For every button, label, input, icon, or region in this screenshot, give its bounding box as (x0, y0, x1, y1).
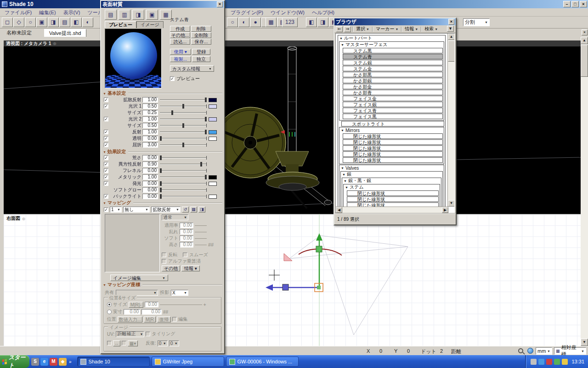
expand-triangle-icon[interactable]: ▼ (339, 37, 343, 40)
undo-icon[interactable]: ↺ (182, 207, 189, 213)
param-slider[interactable] (160, 116, 207, 122)
param-checkbox[interactable]: ✓ (104, 175, 108, 179)
close-button[interactable]: × (580, 1, 587, 7)
tree-item[interactable]: かさ部銀 (343, 78, 443, 83)
blend-mode-select[interactable]: 通常▼ (162, 214, 188, 220)
scrollbar-thumb[interactable] (581, 45, 588, 77)
tool-icon[interactable]: ◧ (71, 17, 82, 27)
tree-item[interactable]: フェイス青 (343, 108, 443, 113)
tree-part-row[interactable]: ▼銀・黒・銀 (342, 178, 441, 184)
projection-select[interactable]: X▼ (171, 290, 188, 296)
quick-launch-icon[interactable]: e (40, 358, 48, 366)
custom-info-button[interactable]: カスタム情報▼ (170, 65, 214, 72)
tree-item[interactable]: 閉じた線形状 (347, 196, 439, 202)
tab-preview[interactable]: プレビュー (105, 21, 136, 28)
param-checkbox[interactable]: ✓ (104, 98, 108, 102)
tool-icon[interactable]: ○ (227, 17, 238, 27)
numeric-input-button[interactable]: 数値入力... (118, 316, 142, 322)
perspective-view-canvas[interactable] (4, 46, 581, 214)
tool-icon[interactable]: ● (250, 17, 261, 27)
param-color-swatch[interactable] (209, 98, 217, 102)
param-color-swatch[interactable] (209, 130, 217, 134)
wrap-checkbox[interactable] (107, 341, 112, 345)
tree-item[interactable]: 閉じた線形状 (343, 139, 443, 145)
slider-thumb[interactable] (182, 123, 184, 128)
browser-menu-icon[interactable]: ▼ (447, 26, 454, 32)
taskbar-button[interactable]: GWriter Jpeg (152, 356, 224, 367)
tray-icon[interactable] (538, 359, 544, 365)
minimize-button[interactable]: – (563, 1, 571, 7)
browser-menu-3[interactable]: 検索▼ (423, 26, 439, 32)
param-slider[interactable] (160, 129, 207, 135)
param-slider[interactable] (160, 110, 207, 115)
collapse-triangle-icon[interactable]: ▼ (103, 92, 106, 95)
quick-launch-icon[interactable]: M (50, 358, 57, 366)
tool-icon[interactable]: ◐ (238, 17, 249, 27)
param-slider[interactable] (160, 123, 207, 128)
param-color-swatch[interactable] (209, 175, 217, 179)
slider-thumb[interactable] (171, 110, 173, 115)
tiling-checkbox[interactable] (146, 332, 150, 336)
quick-launch-more-icon[interactable]: » (68, 359, 73, 364)
duplicate-button[interactable]: 複製... (170, 56, 191, 62)
tree-part-row[interactable]: ▼マスターサーフェス (339, 42, 444, 47)
mapping-param-slider[interactable] (195, 225, 207, 226)
param-value-field[interactable]: 1.00 (142, 129, 158, 135)
document-tab[interactable]: Valve提出.shd (44, 29, 86, 37)
collapse-triangle-icon[interactable]: ▼ (103, 283, 106, 287)
param-value-field[interactable]: 0.00 (142, 181, 158, 186)
menu-item-right-0[interactable]: プラグイン(P) (227, 8, 267, 17)
param-checkbox[interactable]: ✓ (104, 136, 108, 141)
size-mr-button[interactable]: M|R|- (129, 302, 143, 308)
browser-menu-1[interactable]: マーカー▼ (374, 26, 400, 32)
param-checkbox[interactable]: ✓ (104, 130, 108, 134)
param-value-field[interactable]: 0.00 (142, 155, 158, 161)
expand-triangle-icon[interactable]: ▼ (345, 186, 348, 189)
tree-item[interactable]: 閉じた線形状 (343, 151, 443, 157)
tree-item[interactable]: ステム銀 (343, 60, 443, 65)
tree-part-row[interactable]: ▼Valves (339, 165, 444, 171)
param-slider[interactable] (160, 168, 207, 173)
scroll-up-icon[interactable]: ▲ (448, 34, 455, 40)
independent-button[interactable]: 独立 (192, 56, 210, 62)
start-button[interactable]: スタート (0, 355, 29, 368)
browser-menu-2[interactable]: 情報▼ (403, 26, 419, 32)
tree-item[interactable]: 閉じた線形状 (343, 145, 443, 151)
size-slider[interactable] (160, 305, 202, 305)
image-edit-button[interactable]: イメージ編集▼ (110, 275, 168, 281)
param-value-field[interactable]: 1.00 (142, 97, 158, 103)
param-color-swatch[interactable] (209, 117, 217, 121)
param-slider[interactable] (160, 161, 207, 167)
zoom-icon[interactable] (518, 348, 523, 353)
scroll-right-icon[interactable]: ▶ (442, 207, 448, 213)
expand-triangle-icon[interactable]: ▼ (341, 167, 344, 170)
close-icon[interactable]: × (448, 19, 454, 25)
slider-thumb[interactable] (182, 143, 184, 147)
material-button-2[interactable]: その他... (170, 32, 190, 38)
slider-thumb[interactable] (160, 155, 162, 160)
mapping-param-slider[interactable] (195, 238, 207, 239)
maximize-button[interactable]: □ (571, 1, 579, 7)
param-slider[interactable] (160, 97, 207, 103)
param-value-field[interactable]: 0.50 (142, 104, 158, 109)
slider-thumb[interactable] (182, 104, 184, 109)
tool-icon[interactable]: ○ (25, 17, 36, 27)
param-slider[interactable] (160, 174, 207, 180)
restore-button[interactable]: 復帰 (157, 316, 171, 322)
material-library-icon[interactable]: ▥ (119, 10, 130, 20)
tree-item[interactable]: かさ部黒 (343, 72, 443, 77)
slider-thumb[interactable] (160, 194, 162, 199)
param-checkbox[interactable]: ✓ (104, 181, 108, 186)
param-value-field[interactable]: 3.00 (142, 142, 158, 148)
param-color-swatch[interactable] (209, 195, 217, 199)
coordinate-mode-select[interactable]: ▦ 相対座標 ▼ (554, 347, 586, 355)
param-slider[interactable] (160, 155, 207, 161)
scroll-up-icon[interactable]: ▲ (581, 37, 588, 44)
valve-model[interactable] (215, 46, 332, 208)
view-close-icon[interactable]: × (582, 29, 588, 35)
menu-item-right-2[interactable]: ヘルプ(H) (308, 8, 338, 17)
other-button[interactable]: その他 (162, 265, 180, 271)
actual-width-field[interactable]: 0.00 (124, 309, 140, 315)
tree-item[interactable]: フェイス黒 (343, 114, 443, 119)
section-effects[interactable]: ▼ 効果設定 (103, 149, 222, 155)
